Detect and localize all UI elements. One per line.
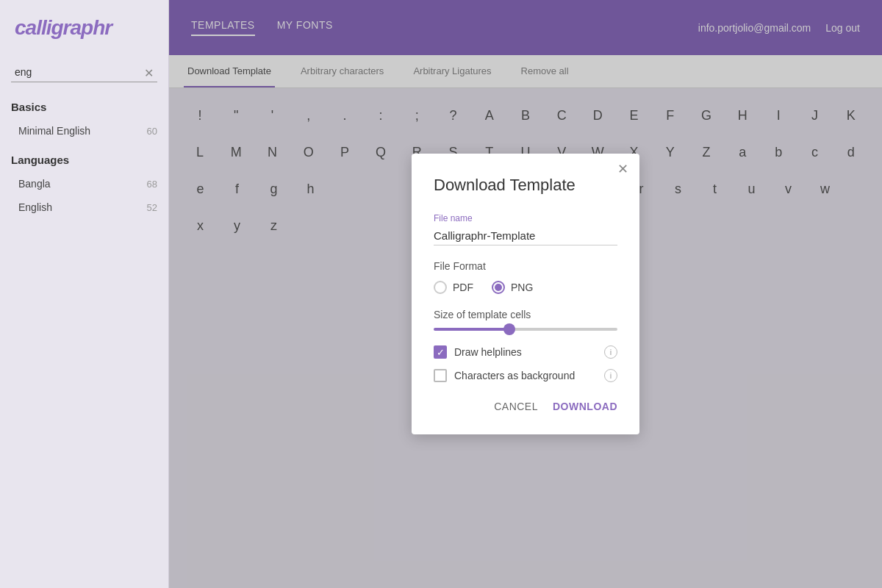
- background-info-icon[interactable]: i: [604, 369, 617, 382]
- file-format-radio-group: PDF PNG: [434, 281, 617, 294]
- radio-label-png: PNG: [511, 282, 533, 293]
- slider-track[interactable]: [434, 328, 617, 331]
- sidebar-item-english[interactable]: English 52: [0, 196, 168, 219]
- sidebar-item-count: 52: [147, 202, 157, 213]
- languages-section-title: Languages: [0, 143, 168, 172]
- basics-section-title: Basics: [0, 90, 168, 119]
- checkbox-draw-helplines[interactable]: ✓: [434, 345, 447, 359]
- slider-thumb[interactable]: [503, 323, 515, 335]
- download-template-modal: ✕ Download Template File name File Forma…: [412, 154, 639, 434]
- search-area: ✕: [0, 55, 168, 90]
- checkbox-helplines-label: Draw helplines: [454, 346, 522, 358]
- logo: calligraphr: [15, 16, 112, 40]
- checkbox-row-helplines: ✓ Draw helplines i: [434, 345, 617, 359]
- cancel-button[interactable]: CANCEL: [494, 401, 538, 412]
- sidebar-item-label: English: [18, 201, 52, 213]
- search-input[interactable]: [11, 62, 157, 82]
- radio-pdf[interactable]: PDF: [434, 281, 473, 294]
- radio-circle-png[interactable]: [492, 281, 505, 294]
- helplines-info-icon[interactable]: i: [604, 345, 617, 359]
- modal-title: Download Template: [434, 176, 617, 195]
- search-clear-icon[interactable]: ✕: [144, 65, 154, 79]
- sidebar-item-minimal-english[interactable]: Minimal English 60: [0, 119, 168, 143]
- sidebar-item-label: Minimal English: [18, 125, 90, 137]
- radio-circle-pdf[interactable]: [434, 281, 447, 294]
- checkbox-row-background: Characters as background i: [434, 369, 617, 382]
- sidebar-item-count: 60: [147, 126, 157, 137]
- checkbox-characters-background[interactable]: [434, 369, 447, 382]
- sidebar-item-bangla[interactable]: Bangla 68: [0, 172, 168, 196]
- sidebar: calligraphr ✕ Basics Minimal English 60 …: [0, 0, 169, 588]
- file-name-label: File name: [434, 213, 617, 223]
- sidebar-item-label: Bangla: [18, 178, 51, 190]
- file-name-input[interactable]: [434, 226, 617, 245]
- radio-png[interactable]: PNG: [492, 281, 533, 294]
- download-button[interactable]: DOWNLOAD: [553, 401, 617, 412]
- checkbox-left-background: Characters as background: [434, 369, 575, 382]
- size-label: Size of template cells: [434, 309, 617, 320]
- slider-section: Size of template cells: [434, 309, 617, 331]
- radio-label-pdf: PDF: [453, 282, 473, 293]
- modal-overlay: ✕ Download Template File name File Forma…: [169, 0, 882, 588]
- main-area: TEMPLATES MY FONTS info.portjolio@gmail.…: [169, 0, 882, 588]
- checkbox-background-label: Characters as background: [454, 370, 575, 381]
- modal-close-icon[interactable]: ✕: [617, 162, 628, 176]
- sidebar-item-count: 68: [147, 179, 157, 190]
- logo-area: calligraphr: [0, 0, 168, 55]
- modal-actions: CANCEL DOWNLOAD: [434, 401, 617, 412]
- checkbox-check-icon: ✓: [437, 348, 445, 357]
- checkbox-left-helplines: ✓ Draw helplines: [434, 345, 522, 359]
- file-format-label: File Format: [434, 260, 617, 272]
